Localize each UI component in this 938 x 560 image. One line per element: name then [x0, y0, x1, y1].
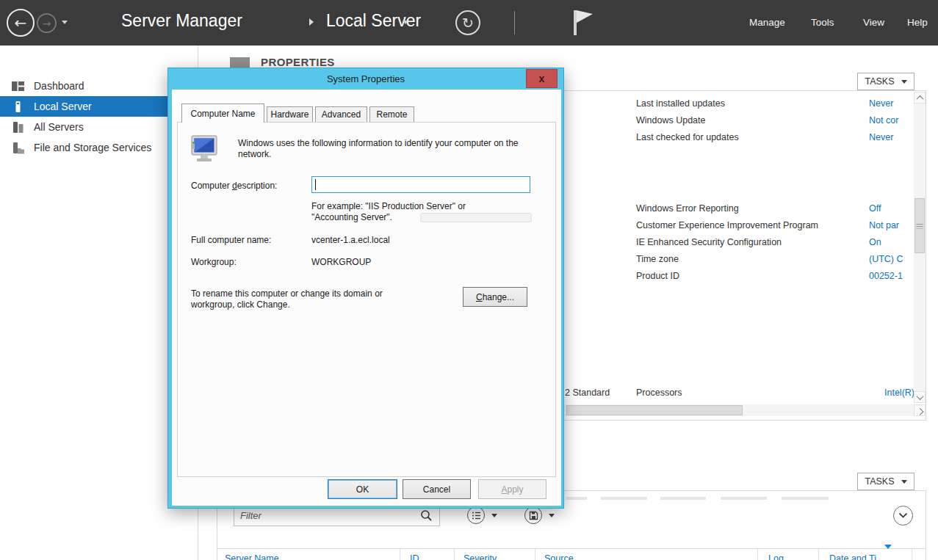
cancel-button[interactable]: Cancel [403, 479, 471, 499]
tab-advanced[interactable]: Advanced [315, 106, 367, 123]
property-label: Last checked for updates [636, 132, 739, 142]
search-icon [420, 509, 433, 522]
sidebar-item-label: Local Server [34, 101, 92, 112]
divider-dash [566, 497, 587, 500]
property-value-link[interactable]: On [869, 237, 881, 247]
workgroup-label: Workgroup: [191, 257, 237, 268]
chevron-up-icon [916, 95, 923, 102]
save-query-button[interactable] [524, 506, 542, 524]
tasks-caret-icon [901, 480, 907, 484]
top-bar: ← → Server Manager Local Server ↻ Manage… [0, 0, 938, 46]
scroll-right-button[interactable] [914, 404, 926, 416]
sidebar-item-label: File and Storage Services [34, 142, 151, 153]
properties-tasks-button[interactable]: TASKS [857, 73, 914, 90]
tasks-label: TASKS [865, 76, 894, 87]
menu-manage[interactable]: Manage [749, 17, 785, 28]
column-divider [535, 549, 535, 560]
save-icon [529, 511, 538, 520]
property-label: Last installed updates [636, 98, 725, 109]
computer-icon [191, 135, 223, 164]
column-header-server-name[interactable]: Server Name [225, 553, 279, 560]
menu-tools[interactable]: Tools [811, 17, 834, 28]
property-value-link[interactable]: Never [869, 98, 893, 109]
rename-help-text: To rename this computer or change its do… [191, 288, 404, 310]
tab-computer-name[interactable]: Computer Name [181, 103, 264, 123]
apply-button[interactable]: Apply [478, 479, 546, 499]
change-button[interactable]: Change... [463, 287, 527, 307]
computer-description-label: Computer description: [191, 181, 277, 192]
properties-heading: PROPERTIES [261, 56, 335, 68]
refresh-caret-icon[interactable] [403, 21, 408, 24]
tab-remote[interactable]: Remote [369, 106, 414, 123]
tasks-label: TASKS [865, 476, 894, 487]
workgroup-value: WORKGROUP [311, 257, 371, 268]
horizontal-scrollbar-thumb[interactable] [566, 405, 743, 415]
scroll-down-button[interactable] [914, 391, 926, 403]
list-icon [472, 511, 481, 520]
forward-button[interactable]: → [37, 13, 57, 33]
divider-dash [721, 497, 767, 500]
column-header-log[interactable]: Log [768, 553, 784, 560]
topbar-divider [514, 11, 515, 34]
ok-button[interactable]: OK [328, 479, 397, 499]
properties-section-icon [230, 57, 250, 68]
back-arrow-icon: ← [15, 14, 27, 32]
events-tasks-button[interactable]: TASKS [857, 473, 914, 490]
full-computer-name-label: Full computer name: [191, 235, 271, 246]
sidebar-item-label: All Servers [34, 121, 84, 133]
dashboard-icon [12, 80, 24, 92]
text-caret [315, 179, 316, 190]
vertical-scrollbar[interactable] [914, 92, 926, 403]
property-label: Product ID [636, 271, 679, 281]
back-button[interactable]: ← [7, 9, 35, 37]
tasks-caret-icon [901, 80, 907, 84]
notifications-flag-button[interactable] [571, 9, 594, 37]
computer-description-input[interactable] [311, 176, 530, 193]
table-header-border [217, 548, 926, 549]
refresh-icon: ↻ [462, 15, 474, 31]
dialog-intro-text: Windows uses the following information t… [238, 138, 526, 160]
server-manager-window: ← → Server Manager Local Server ↻ Manage… [0, 0, 938, 560]
property-label: Windows Error Reporting [636, 203, 739, 214]
column-header-severity[interactable]: Severity [463, 553, 497, 560]
close-button[interactable]: x [526, 69, 558, 88]
breadcrumb-separator-icon [309, 18, 314, 26]
column-header-id[interactable]: ID [410, 553, 419, 560]
scroll-up-button[interactable] [914, 92, 926, 103]
column-divider [818, 549, 819, 560]
column-divider [757, 549, 758, 560]
column-header-date-time[interactable]: Date and Ti [829, 553, 876, 560]
column-header-source[interactable]: Source [544, 553, 574, 560]
property-label: Processors [636, 388, 682, 398]
flag-icon [571, 9, 594, 37]
divider-dash [660, 497, 706, 500]
property-value-link[interactable]: 00252-1 [869, 271, 903, 281]
forward-arrow-icon: → [43, 18, 51, 29]
property-label: Windows Update [636, 115, 706, 126]
file-storage-icon [12, 142, 24, 154]
divider-dash [601, 497, 647, 500]
tab-hardware[interactable]: Hardware [267, 106, 313, 123]
menu-help[interactable]: Help [907, 17, 928, 28]
refresh-button[interactable]: ↻ [455, 10, 480, 35]
property-value-link[interactable]: (UTC) C [869, 254, 903, 264]
property-value-link[interactable]: Intel(R) [884, 388, 914, 398]
sidebar-item-label: Dashboard [34, 80, 84, 92]
breadcrumb-root[interactable]: Server Manager [121, 11, 242, 31]
vertical-scrollbar-thumb[interactable] [914, 198, 925, 253]
divider-dash [782, 497, 829, 500]
scrollbar-grip-icon [917, 223, 923, 228]
property-value-link[interactable]: Never [869, 132, 893, 142]
property-value-link[interactable]: Not par [869, 220, 899, 230]
collapse-section-button[interactable] [893, 506, 913, 526]
property-value-link[interactable]: Not cor [869, 115, 898, 126]
tab-page-computer-name: Windows uses the following information t… [177, 122, 556, 477]
sort-descending-icon [884, 545, 892, 549]
filter-criteria-caret-icon[interactable] [491, 514, 497, 517]
property-value-link[interactable]: Off [869, 203, 881, 214]
save-query-caret-icon[interactable] [549, 514, 555, 517]
filter-criteria-button[interactable] [467, 506, 485, 524]
full-computer-name-value: vcenter-1.a.ecl.local [311, 235, 390, 246]
menu-view[interactable]: View [863, 17, 884, 28]
nav-history-caret-icon[interactable] [62, 21, 68, 24]
